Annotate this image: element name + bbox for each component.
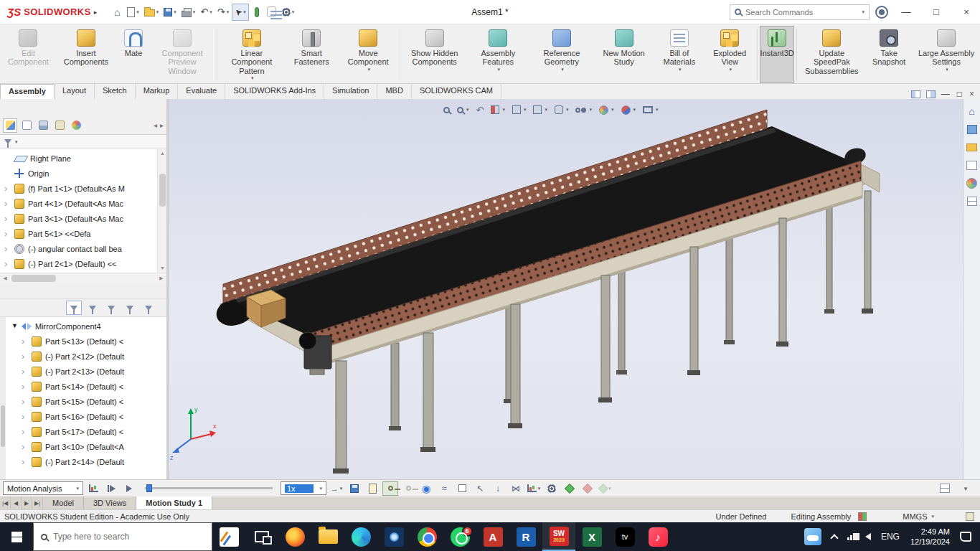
manager-tabs-next-button[interactable]: ▸ <box>160 121 164 129</box>
save-button[interactable]: ▾ <box>161 4 179 21</box>
displaymanager-tab[interactable] <box>69 118 83 133</box>
expand-icon[interactable]: › <box>22 382 31 391</box>
touch-mode-button[interactable] <box>250 4 264 21</box>
tree-item-right-plane[interactable]: Right Plane <box>0 151 166 166</box>
smart-fasteners-button[interactable]: Smart Fasteners <box>284 26 339 83</box>
tree-item-part2-14[interactable]: ›(-) Part 2<14> (Default <box>7 454 166 469</box>
volume-tray-button[interactable] <box>860 522 876 551</box>
featuremanager-tab[interactable] <box>3 118 17 133</box>
large-assembly-settings-button[interactable]: Large Assembly Settings▾ <box>914 26 979 83</box>
filter-icon[interactable] <box>4 139 11 144</box>
tab-model[interactable]: Model <box>43 496 84 509</box>
linear-component-pattern-button[interactable]: Linear Component Pattern▾ <box>220 26 284 83</box>
edge-button[interactable] <box>344 522 377 551</box>
doc-close-button[interactable]: × <box>969 89 974 99</box>
music-app-button[interactable]: ♪ <box>641 522 674 551</box>
tree-item-part5-17[interactable]: ›Part 5<17> (Default) < <box>7 424 166 439</box>
blue-app-button[interactable] <box>377 522 410 551</box>
custom-properties-button[interactable] <box>966 194 979 207</box>
autokey-button[interactable] <box>382 481 398 496</box>
gravity-button[interactable]: ↓ <box>490 481 506 496</box>
solidworks-resources-button[interactable]: ⌂ <box>966 105 979 118</box>
command-search[interactable]: ▾ <box>730 4 870 20</box>
expand-motionmanager-button[interactable] <box>937 481 953 496</box>
add-key-button[interactable] <box>400 481 416 496</box>
playback-mode-button[interactable]: →▾ <box>329 481 344 496</box>
filter-driving-button[interactable] <box>103 301 119 315</box>
action-center-button[interactable] <box>960 532 971 542</box>
filter-animated-button[interactable] <box>85 301 100 315</box>
doc-restore-button[interactable]: □ <box>957 89 962 99</box>
expand-icon[interactable]: › <box>4 214 14 223</box>
insert-components-button[interactable]: Insert Components <box>55 26 117 83</box>
excel-button[interactable]: X <box>575 522 608 551</box>
tree-item-part3-10[interactable]: ›Part 3<10> (Default<A <box>7 439 166 454</box>
dimxpert-tab[interactable] <box>52 118 67 133</box>
expand-icon[interactable]: › <box>4 184 14 193</box>
tree-item-part2-12[interactable]: ›(-) Part 2<12> (Default <box>7 349 166 364</box>
section-view-button[interactable]: ▾ <box>488 102 508 118</box>
undo-button[interactable]: ↶▾ <box>198 4 214 21</box>
hide-show-items-button[interactable]: ▾ <box>573 102 595 118</box>
view-settings-button[interactable]: ▾ <box>640 102 661 118</box>
save-animation-button[interactable] <box>347 481 362 496</box>
play-button[interactable] <box>121 481 137 496</box>
expand-icon[interactable]: › <box>4 229 14 238</box>
expand-icon[interactable]: › <box>22 457 31 466</box>
redo-button[interactable]: ↷▾ <box>215 4 231 21</box>
graphics-viewport[interactable]: y x z ▾ ↶ ▾ ▾ ▾ ▾ ▾ ▾ ▾ ▾ <box>169 99 963 479</box>
new-motion-study-button[interactable]: New Motion Study <box>594 26 654 83</box>
select-tool-button[interactable]: ➤▾ <box>232 4 249 21</box>
tree-item-part1[interactable]: ›(f) Part 1<1> (Default<As M <box>0 181 166 196</box>
tab-mbd[interactable]: MBD <box>377 84 411 99</box>
motion-study-properties-button[interactable] <box>544 481 560 496</box>
mate-button[interactable]: Mate <box>117 26 150 83</box>
doc-minimize-button[interactable]: — <box>941 89 950 99</box>
expand-icon[interactable]: › <box>4 199 14 208</box>
start-button[interactable] <box>0 522 33 551</box>
scroll-right-icon[interactable]: ▶ <box>156 276 166 281</box>
zoom-to-area-button[interactable]: ▾ <box>454 102 472 118</box>
contact-button[interactable] <box>454 481 470 496</box>
new-document-button[interactable]: ▾ <box>125 4 141 21</box>
dropdown-caret-icon[interactable]: ▾ <box>367 67 370 72</box>
previous-view-button[interactable]: ↶ <box>473 102 487 118</box>
timeline-thumb[interactable] <box>146 484 152 492</box>
taskbar-search-input[interactable] <box>53 532 204 542</box>
take-snapshot-button[interactable]: Take Snapshot <box>864 26 914 83</box>
appearances-scenes-button[interactable] <box>966 176 979 189</box>
tree-item-part4[interactable]: ›Part 4<1> (Default<As Mac <box>0 196 166 211</box>
tree-item-part5-15[interactable]: ›Part 5<15> (Default) < <box>7 394 166 409</box>
options-button[interactable]: ▾ <box>280 4 297 21</box>
search-input[interactable] <box>745 8 856 17</box>
view-orientation-button[interactable]: ▾ <box>530 102 550 118</box>
view-palette-button[interactable] <box>966 159 979 171</box>
tree-item-part2-13[interactable]: ›(-) Part 2<13> (Default <box>7 364 166 379</box>
dropdown-caret-icon[interactable]: ▾ <box>946 67 948 72</box>
filter-button[interactable] <box>66 301 82 315</box>
filter-selected-button[interactable] <box>122 301 138 315</box>
tree-item-part3[interactable]: ›Part 3<1> (Default<As Mac <box>0 211 166 226</box>
file-explorer-button[interactable] <box>311 522 344 551</box>
tree-item-part2[interactable]: ›(-) Part 2<1> (Default) << <box>0 256 166 271</box>
minimize-button[interactable]: — <box>894 1 918 23</box>
expand-icon[interactable]: › <box>4 244 14 253</box>
tab-scroll-last-button[interactable]: ▶| <box>32 496 43 509</box>
dynamic-annotation-button[interactable]: ▾ <box>509 102 529 118</box>
playback-speed-select[interactable]: 1x ▾ <box>281 481 326 495</box>
feature-tree-horizontal-scrollbar[interactable]: ◀ ▶ <box>0 273 166 283</box>
component-preview-window-button[interactable]: Component Preview Window <box>150 26 215 83</box>
hidden-icons-button[interactable] <box>826 522 842 551</box>
play-from-start-button[interactable] <box>103 481 119 496</box>
bill-of-materials-button[interactable]: Bill of Materials▾ <box>654 26 705 83</box>
force-button[interactable]: ↖ <box>472 481 488 496</box>
scroll-up-icon[interactable]: ▲ <box>158 149 166 158</box>
taskbar-clock[interactable]: 2:49 AM 12/19/2024 <box>905 527 956 547</box>
options-document-button[interactable] <box>265 4 279 21</box>
tree-item-origin[interactable]: Origin <box>0 166 166 181</box>
language-indicator[interactable]: ENG <box>876 522 905 551</box>
expand-icon[interactable]: › <box>22 336 31 346</box>
spring-button[interactable]: ≈ <box>436 481 452 496</box>
simulation-export-button[interactable]: ▾ <box>598 481 613 496</box>
print-button[interactable]: ▾ <box>179 4 198 21</box>
